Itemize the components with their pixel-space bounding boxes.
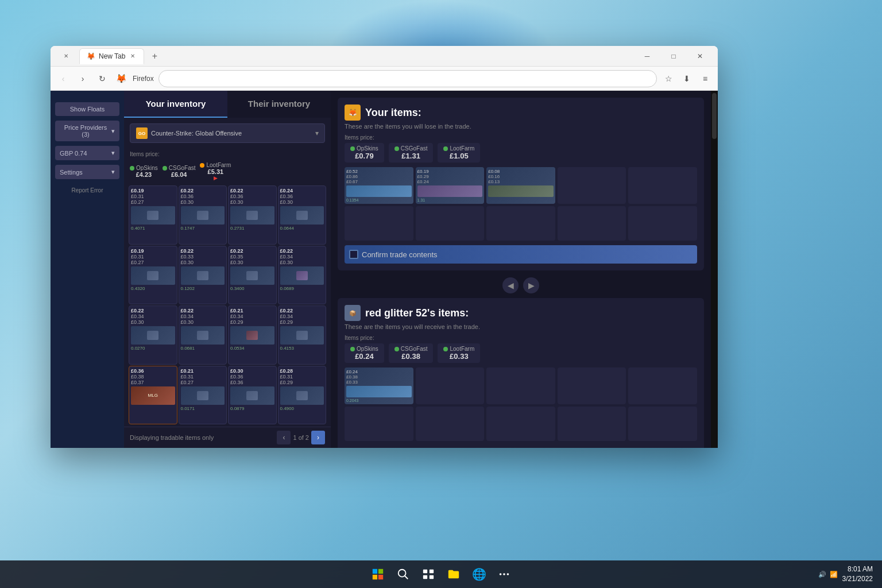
tab-inactive[interactable]: ✕ — [55, 48, 77, 64]
item-image — [131, 206, 175, 225]
start-button[interactable] — [366, 563, 389, 586]
your-inventory-tab[interactable]: Your inventory — [124, 91, 227, 118]
confirm-checkbox — [349, 250, 358, 259]
your-lootfarm-price: LootFarm £1.05 — [438, 143, 480, 163]
item-image — [131, 326, 175, 345]
their-trade-item[interactable]: £0.24 £0.38 £0.33 0.2043 — [345, 368, 413, 404]
item-card[interactable]: £0.19£0.31£0.27 0.4071 — [129, 185, 177, 245]
arrow-right[interactable]: ▶ — [523, 277, 539, 293]
their-trade-item-empty — [486, 368, 555, 404]
trade-item[interactable]: £0.19 £0.29 £0.24 1.31 — [416, 167, 485, 204]
item-card[interactable]: £0.22£0.36£0.30 0.1747 — [179, 185, 227, 245]
item-image — [181, 386, 225, 405]
browser-toolbar: ‹ › ↻ 🦊 Firefox ☆ ⬇ ≡ — [51, 67, 718, 91]
refresh-button[interactable]: ↻ — [94, 71, 110, 87]
your-trade-items-grid: £0.52 £0.86 £0.67 0.1354 £0.19 £0.29 — [345, 167, 697, 241]
trade-item-empty — [558, 206, 626, 241]
lootfarm-alert: ▶ — [214, 175, 218, 181]
file-explorer-button[interactable] — [442, 563, 465, 586]
trade-item-empty — [628, 206, 697, 241]
item-card[interactable]: £0.22£0.34£0.29 0.4153 — [278, 305, 327, 365]
settings-button[interactable]: Settings ▾ — [55, 165, 119, 179]
item-image — [280, 206, 324, 225]
item-card[interactable]: £0.24£0.36£0.30 0.0644 — [278, 185, 327, 245]
their-items-title: red glitter 52's items: — [365, 307, 469, 319]
prev-page-button[interactable]: ‹ — [277, 431, 291, 444]
item-card[interactable]: £0.36£0.38£0.37 MLG — [129, 366, 177, 425]
apps-button[interactable] — [493, 563, 516, 586]
price-providers-button[interactable]: Price Providers (3) ▾ — [55, 121, 119, 141]
your-csgofast-dot — [394, 146, 399, 151]
their-csgofast-price: CSGoFast £0.38 — [389, 343, 434, 363]
bookmark-star-button[interactable]: ☆ — [660, 71, 676, 87]
address-bar[interactable] — [158, 70, 657, 87]
item-card[interactable]: £0.22£0.35£0.30 0.3400 — [228, 246, 277, 305]
scrollbar[interactable] — [711, 91, 718, 448]
settings-chevron: ▾ — [111, 168, 115, 176]
page-indicator: 1 of 2 — [293, 434, 309, 441]
item-card[interactable]: £0.22£0.34£0.30 0.0689 — [278, 246, 327, 305]
svg-line-5 — [405, 576, 408, 579]
svg-rect-1 — [378, 569, 383, 574]
arrow-left[interactable]: ◀ — [502, 277, 519, 293]
tab-new-tab[interactable]: 🦊 New Tab ✕ — [79, 48, 144, 64]
currency-chevron: ▾ — [111, 149, 115, 157]
search-button[interactable] — [392, 563, 415, 586]
download-button[interactable]: ⬇ — [679, 71, 695, 87]
forward-button[interactable]: › — [75, 71, 91, 87]
show-floats-button[interactable]: Show Floats — [55, 102, 119, 116]
lootfarm-dot — [200, 163, 204, 168]
svg-rect-8 — [423, 575, 427, 579]
browser-taskbar-button[interactable]: 🌐 — [467, 563, 490, 586]
trade-items-price-label: Items price: — [345, 134, 697, 143]
item-card[interactable]: £0.22£0.34£0.30 0.0681 — [179, 305, 227, 365]
new-tab-button[interactable]: + — [146, 48, 163, 64]
their-items-icon: 📦 — [345, 305, 361, 321]
game-icon: GO — [136, 127, 148, 139]
game-name: Counter-Strike: Global Offensive — [151, 130, 312, 137]
confirm-trade-button[interactable]: Confirm trade contents — [345, 245, 697, 264]
scrollbar-thumb[interactable] — [712, 93, 717, 139]
item-card[interactable]: £0.22£0.33£0.30 0.1202 — [179, 246, 227, 305]
tab-active-close-icon[interactable]: ✕ — [129, 52, 137, 60]
report-error-button[interactable]: Report Error — [55, 184, 119, 197]
item-card[interactable]: £0.22£0.36£0.30 0.2731 — [228, 185, 277, 245]
menu-button[interactable]: ≡ — [697, 71, 713, 87]
trade-item[interactable]: £0.52 £0.86 £0.67 0.1354 — [345, 167, 413, 204]
trade-item-empty — [558, 167, 626, 204]
your-csgofast-price: CSGoFast £1.31 — [389, 143, 434, 163]
currency-label: GBP 0.74 — [60, 150, 87, 157]
their-trade-item-empty — [558, 407, 626, 441]
their-items-title-row: 📦 red glitter 52's items: — [345, 305, 697, 321]
item-image — [280, 386, 324, 405]
item-card[interactable]: £0.22£0.34£0.30 0.0270 — [129, 305, 177, 365]
browser-titlebar: ✕ 🦊 New Tab ✕ + ─ □ ✕ — [51, 46, 718, 67]
taskbar-clock[interactable]: 8:01 AM 3/21/2022 — [842, 564, 873, 584]
item-card[interactable]: £0.30£0.36£0.36 0.0879 — [228, 366, 277, 425]
svg-rect-6 — [423, 570, 427, 573]
your-lootfarm-dot — [443, 146, 448, 151]
trade-item[interactable]: £0.08 £0.16 £0.13 — [486, 167, 555, 204]
their-inventory-tab[interactable]: Their inventory — [227, 91, 331, 118]
game-selector[interactable]: GO Counter-Strike: Global Offensive ▾ — [130, 123, 325, 143]
your-items-icon: 🦊 — [345, 105, 361, 121]
item-image: MLG — [131, 386, 175, 405]
svg-point-12 — [507, 573, 509, 575]
taskbar-date-display: 3/21/2022 — [842, 574, 873, 584]
tab-close-icon[interactable]: ✕ — [62, 52, 70, 60]
window-minimize-button[interactable]: ─ — [634, 46, 660, 67]
item-card[interactable]: £0.28£0.31£0.29 0.4900 — [278, 366, 327, 425]
price-providers-row: OpSkins £4.23 CSGoFast £6.04 LootFarm £5… — [124, 160, 331, 183]
item-card[interactable]: £0.21£0.31£0.27 0.0171 — [179, 366, 227, 425]
your-items-title-row: 🦊 Your items: — [345, 105, 697, 121]
taskbar: 🌐 🔊 📶 8:01 AM 3/21/2022 — [0, 560, 882, 588]
back-button[interactable]: ‹ — [55, 71, 71, 87]
task-view-button[interactable] — [417, 563, 440, 586]
currency-button[interactable]: GBP 0.74 ▾ — [55, 146, 119, 160]
window-close-button[interactable]: ✕ — [687, 46, 713, 67]
item-card[interactable]: £0.19£0.31£0.27 0.4320 — [129, 246, 177, 305]
window-maximize-button[interactable]: □ — [660, 46, 687, 67]
next-page-button[interactable]: › — [311, 431, 325, 444]
their-trade-item-empty — [416, 407, 485, 441]
item-card[interactable]: £0.21£0.34£0.29 0.0534 — [228, 305, 277, 365]
